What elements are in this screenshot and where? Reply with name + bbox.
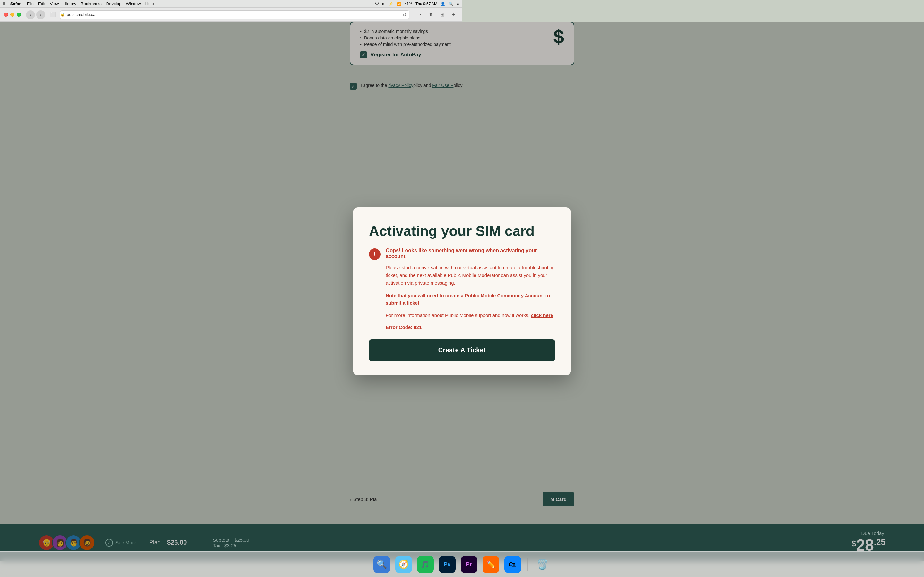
share-button[interactable]: ⬆ [426, 10, 435, 19]
url-bar[interactable]: 🔒 publicmobile.ca ↺ [60, 10, 409, 19]
error-messages: Oops! Looks like something went wrong wh… [386, 248, 462, 288]
grid-icon: ⊞ [382, 2, 385, 6]
battery-indicator: 41% [405, 2, 412, 6]
time-display: Thu 9:57 AM [415, 2, 437, 6]
menu-edit[interactable]: Edit [38, 1, 45, 6]
new-tab-button[interactable]: ⊞ [438, 10, 447, 19]
browser-chrome: ‹ › ⬜ 🔒 publicmobile.ca ↺ 🛡 ⬆ ⊞ + [0, 8, 462, 22]
sim-activation-modal: Activating your SIM card ! Oops! Looks l… [353, 207, 462, 288]
wifi-icon: 📶 [397, 2, 401, 6]
add-tab-button[interactable]: + [449, 10, 458, 19]
modal-title: Activating your SIM card [369, 223, 462, 239]
shield-extension-button[interactable]: 🛡 [415, 10, 423, 19]
traffic-lights [4, 13, 21, 17]
close-window-button[interactable] [4, 13, 8, 17]
apple-menu[interactable]:  [3, 1, 5, 7]
bluetooth-icon: ⚡ [389, 2, 393, 6]
control-center-icon[interactable]: ≡ [457, 2, 459, 6]
menu-bookmarks[interactable]: Bookmarks [81, 1, 102, 6]
menu-develop[interactable]: Develop [106, 1, 121, 6]
menu-file[interactable]: File [27, 1, 34, 6]
menu-bar:  Safari File Edit View History Bookmark… [0, 0, 462, 8]
reload-button[interactable]: ↺ [403, 12, 407, 17]
ssl-lock-icon: 🔒 [60, 13, 65, 17]
minimize-window-button[interactable] [10, 13, 15, 17]
back-button[interactable]: ‹ [26, 10, 35, 19]
forward-button[interactable]: › [36, 10, 45, 19]
menu-history[interactable]: History [63, 1, 76, 6]
user-icon: 👤 [441, 2, 445, 6]
error-content: ! Oops! Looks like something went wrong … [369, 248, 462, 288]
modal-overlay: Activating your SIM card ! Oops! Looks l… [0, 22, 462, 288]
search-icon[interactable]: 🔍 [449, 2, 453, 6]
fullscreen-window-button[interactable] [17, 13, 21, 17]
menu-help[interactable]: Help [145, 1, 154, 6]
error-icon: ! [369, 248, 381, 260]
error-headline: Oops! Looks like something went wrong wh… [386, 248, 462, 259]
shield-icon: 🛡 [375, 2, 379, 6]
menu-window[interactable]: Window [126, 1, 141, 6]
menu-safari[interactable]: Safari [10, 1, 22, 6]
menu-view[interactable]: View [50, 1, 59, 6]
url-text: publicmobile.ca [67, 12, 95, 17]
page-background: $ $2 in automatic monthly savings Bonus … [0, 22, 462, 288]
sidebar-toggle-button[interactable]: ⬜ [48, 10, 57, 19]
error-body: Please start a conversation with our vir… [386, 264, 462, 287]
